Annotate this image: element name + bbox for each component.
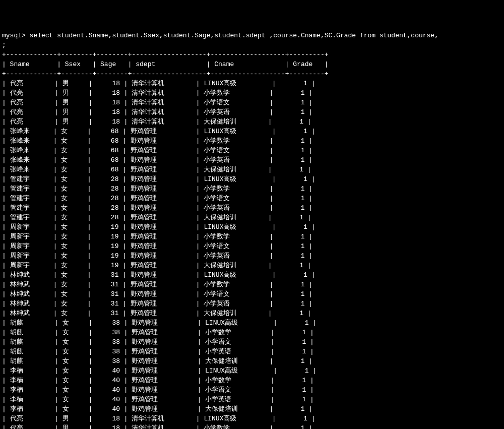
mysql-terminal[interactable]: mysql> select student.Sname,student.Ssex… (2, 31, 504, 429)
